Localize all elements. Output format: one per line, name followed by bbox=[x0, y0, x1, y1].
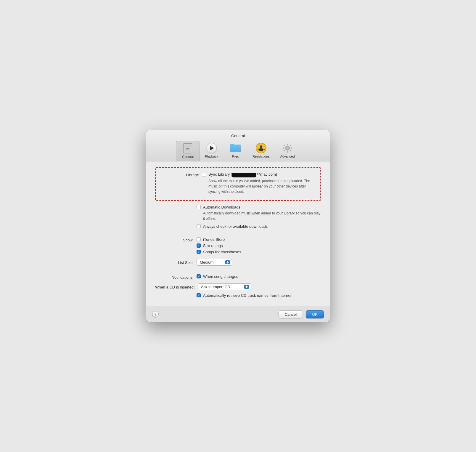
title-bar: General General bbox=[146, 130, 330, 161]
tab-restrictions[interactable]: Restrictions bbox=[247, 141, 275, 161]
cd-inserted-label: When a CD is inserted: bbox=[155, 284, 198, 289]
songs-list-label: Songs list checkboxes bbox=[203, 250, 241, 254]
cd-arrow-down-icon bbox=[245, 287, 248, 288]
library-label: Library: bbox=[160, 172, 202, 177]
auto-retrieve-row: Automatically retrieve CD track names fr… bbox=[197, 293, 321, 298]
bottom-bar: ? Cancel OK bbox=[146, 307, 330, 322]
show-label: Show: bbox=[155, 237, 197, 242]
help-button[interactable]: ? bbox=[152, 311, 159, 318]
svg-point-2 bbox=[286, 147, 289, 149]
arrow-up-icon bbox=[226, 261, 229, 262]
auto-downloads-label: Automatic Downloads bbox=[203, 205, 240, 209]
auto-downloads-row: Automatic Downloads bbox=[197, 205, 321, 209]
when-song-changes-row: When song changes bbox=[197, 274, 238, 279]
tab-general-label: General bbox=[182, 155, 194, 158]
library-content: Sync Library (████████@mac.com) Show all… bbox=[202, 172, 316, 194]
star-ratings-label: Star ratings bbox=[203, 243, 223, 248]
notifications-row: Notifications: When song changes bbox=[155, 274, 321, 280]
tab-playback[interactable]: Playback bbox=[200, 141, 223, 161]
list-size-value: Medium bbox=[200, 260, 223, 265]
tab-general[interactable]: General bbox=[176, 141, 200, 161]
itunes-store-row: iTunes Store bbox=[197, 237, 241, 242]
show-content: iTunes Store Star ratings Songs list che… bbox=[197, 237, 241, 255]
tab-advanced[interactable]: Advanced bbox=[275, 141, 300, 161]
itunes-store-label: iTunes Store bbox=[203, 237, 225, 242]
content-area: Library: Sync Library (████████@mac.com)… bbox=[146, 161, 330, 306]
tab-files[interactable]: Files bbox=[223, 141, 247, 161]
star-ratings-checkbox[interactable] bbox=[197, 243, 201, 248]
divider-2 bbox=[155, 270, 321, 270]
library-row: Library: Sync Library (████████@mac.com)… bbox=[160, 172, 316, 194]
ok-button[interactable]: OK bbox=[306, 310, 324, 318]
when-song-changes-label: When song changes bbox=[203, 274, 238, 279]
cd-inserted-select[interactable]: Ask to Import CD bbox=[198, 283, 251, 290]
tab-playback-label: Playback bbox=[205, 155, 218, 158]
tab-restrictions-label: Restrictions bbox=[253, 155, 269, 158]
general-tab-icon bbox=[182, 143, 193, 154]
files-tab-icon bbox=[230, 143, 241, 153]
star-ratings-row: Star ratings bbox=[197, 243, 241, 248]
always-check-row: Always check for available downloads bbox=[197, 224, 321, 229]
tab-bar: General Playback Files bbox=[146, 141, 330, 161]
sync-library-row: Sync Library (████████@mac.com) bbox=[202, 172, 316, 177]
list-size-label: List Size: bbox=[155, 260, 197, 265]
arrow-down-icon bbox=[226, 262, 229, 264]
sync-library-checkbox[interactable] bbox=[202, 173, 206, 177]
dialog: General General bbox=[146, 130, 330, 322]
always-check-label: Always check for available downloads bbox=[203, 224, 268, 229]
auto-downloads-checkbox[interactable] bbox=[197, 205, 201, 209]
email-redacted: ████████ bbox=[232, 173, 256, 177]
cancel-button[interactable]: Cancel bbox=[279, 310, 303, 318]
list-size-row: List Size: Medium bbox=[155, 259, 321, 266]
playback-tab-icon bbox=[206, 143, 217, 153]
show-row: Show: iTunes Store Star ratings Songs li… bbox=[155, 237, 321, 255]
divider-1 bbox=[155, 233, 321, 233]
restrictions-tab-icon bbox=[256, 143, 266, 153]
list-size-select[interactable]: Medium bbox=[197, 259, 232, 266]
library-section: Library: Sync Library (████████@mac.com)… bbox=[155, 167, 321, 201]
cd-inserted-arrows bbox=[244, 285, 249, 289]
auto-retrieve-label: Automatically retrieve CD track names fr… bbox=[203, 293, 291, 298]
auto-retrieve-checkbox[interactable] bbox=[197, 293, 201, 297]
list-size-arrows bbox=[225, 260, 230, 264]
tab-files-label: Files bbox=[232, 155, 239, 158]
auto-downloads-description: Automatically download music when added … bbox=[203, 211, 321, 221]
advanced-tab-icon bbox=[282, 143, 293, 153]
always-check-checkbox[interactable] bbox=[197, 224, 201, 228]
notifications-label: Notifications: bbox=[155, 275, 197, 280]
songs-list-row: Songs list checkboxes bbox=[197, 250, 241, 254]
sync-library-label: Sync Library (████████@mac.com) bbox=[208, 172, 277, 177]
tab-advanced-label: Advanced bbox=[280, 155, 295, 158]
cd-arrow-up-icon bbox=[245, 286, 248, 287]
auto-downloads-section: Automatic Downloads Automatically downlo… bbox=[197, 205, 321, 221]
always-check-section: Always check for available downloads bbox=[197, 224, 321, 229]
songs-list-checkbox[interactable] bbox=[197, 250, 201, 254]
auto-retrieve-section: Automatically retrieve CD track names fr… bbox=[197, 293, 321, 298]
itunes-store-checkbox[interactable] bbox=[197, 237, 201, 241]
action-buttons: Cancel OK bbox=[279, 310, 324, 318]
cd-inserted-row: When a CD is inserted: Ask to Import CD bbox=[155, 283, 321, 290]
sync-library-description: Show all the music you've added, purchas… bbox=[208, 178, 316, 194]
cd-inserted-value: Ask to Import CD bbox=[201, 285, 242, 289]
when-song-changes-checkbox[interactable] bbox=[197, 274, 201, 278]
dialog-title: General bbox=[146, 134, 330, 138]
